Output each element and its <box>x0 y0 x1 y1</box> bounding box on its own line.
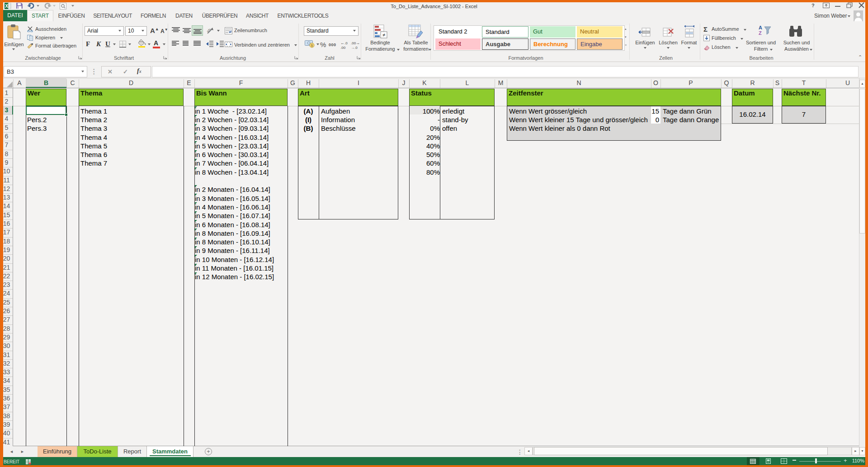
svg-text:X: X <box>5 4 8 9</box>
svg-text:$: $ <box>311 44 313 47</box>
svg-text:ab: ab <box>206 28 212 34</box>
svg-text:≠: ≠ <box>382 32 385 38</box>
